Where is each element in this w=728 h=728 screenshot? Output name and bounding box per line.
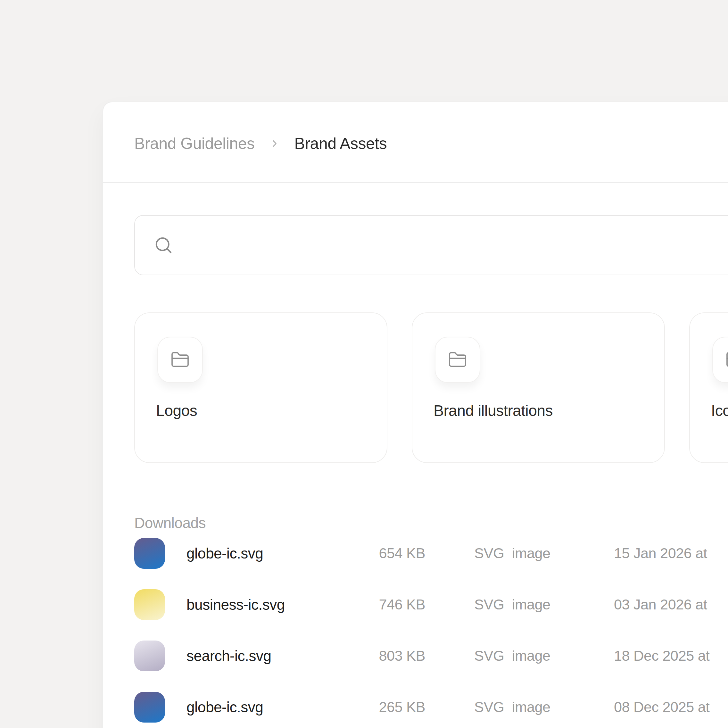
folder-card-label: Icons — [711, 402, 728, 419]
folder-card-list: Logos Brand illustrations Icons — [134, 312, 728, 463]
list-item[interactable]: business-ic.svg 746 KB SVG image 03 Jan … — [134, 589, 728, 620]
file-name: globe-ic.svg — [187, 545, 263, 562]
folder-card[interactable]: Icons — [689, 312, 728, 463]
file-type: SVG image — [474, 545, 551, 562]
file-type: SVG image — [474, 699, 551, 716]
file-thumbnail — [134, 692, 165, 723]
folder-card-label: Brand illustrations — [434, 402, 553, 419]
screen: Brand Guidelines Brand Assets — [0, 0, 728, 728]
folder-icon-tile — [158, 337, 203, 383]
file-size: 265 KB — [334, 699, 425, 716]
folder-card-label: Logos — [156, 402, 197, 419]
search-input[interactable] — [183, 215, 728, 275]
folder-card[interactable]: Logos — [134, 312, 387, 463]
breadcrumb-bar: Brand Guidelines Brand Assets — [103, 102, 728, 183]
file-name: globe-ic.svg — [187, 699, 263, 716]
breadcrumb-current: Brand Assets — [294, 134, 387, 153]
search-bar[interactable] — [134, 215, 728, 275]
file-thumbnail — [134, 589, 165, 620]
file-date: 18 Dec 2025 at — [614, 648, 710, 664]
file-thumbnail — [134, 641, 165, 671]
file-date: 15 Jan 2026 at — [614, 545, 707, 562]
file-size: 654 KB — [334, 545, 425, 562]
file-type: SVG image — [474, 648, 551, 664]
file-name: business-ic.svg — [187, 596, 285, 613]
brand-assets-panel: Brand Guidelines Brand Assets — [102, 102, 728, 728]
list-item[interactable]: globe-ic.svg 654 KB SVG image 15 Jan 202… — [134, 538, 728, 569]
folder-icon-tile — [435, 337, 480, 383]
breadcrumb: Brand Guidelines Brand Assets — [134, 134, 387, 153]
folder-card[interactable]: Brand illustrations — [412, 312, 665, 463]
chevron-right-icon — [269, 138, 280, 149]
file-thumbnail — [134, 538, 165, 569]
file-date: 08 Dec 2025 at — [614, 699, 710, 716]
file-date: 03 Jan 2026 at — [614, 596, 707, 613]
downloads-section-title: Downloads — [134, 514, 206, 532]
file-type: SVG image — [474, 596, 551, 613]
file-name: search-ic.svg — [187, 647, 271, 665]
folder-icon — [448, 350, 467, 369]
folder-icon — [170, 350, 190, 369]
search-icon — [153, 234, 174, 256]
breadcrumb-parent-link[interactable]: Brand Guidelines — [134, 134, 255, 153]
list-item[interactable]: search-ic.svg 803 KB SVG image 18 Dec 20… — [134, 641, 728, 671]
file-size: 746 KB — [334, 596, 425, 613]
list-item[interactable]: globe-ic.svg 265 KB SVG image 08 Dec 202… — [134, 692, 728, 723]
folder-icon — [725, 350, 728, 369]
file-size: 803 KB — [334, 648, 425, 664]
folder-icon-tile — [712, 337, 728, 383]
